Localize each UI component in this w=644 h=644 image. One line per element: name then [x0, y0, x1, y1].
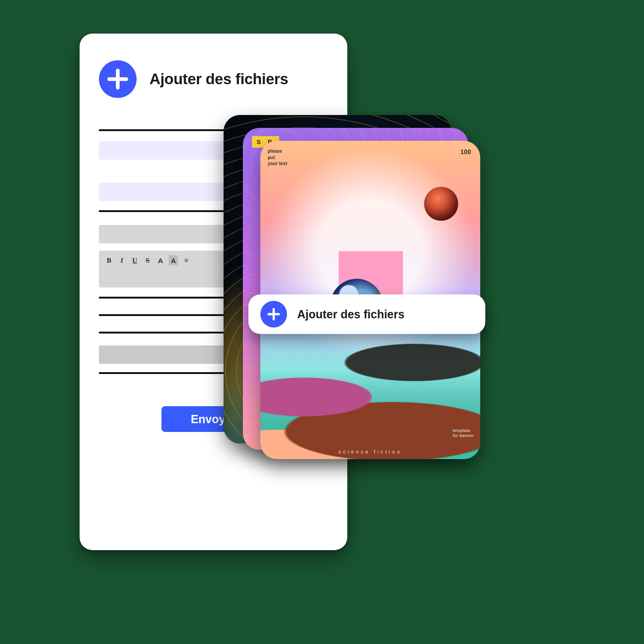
plus-icon[interactable] — [99, 60, 137, 98]
bold-icon[interactable]: B — [104, 255, 114, 265]
strike-icon[interactable]: S — [143, 255, 152, 265]
underline-icon[interactable]: U — [130, 255, 139, 265]
list-icon[interactable]: ≡ — [182, 255, 191, 265]
thumbnail-footer: science fiction — [260, 449, 480, 454]
planet-icon — [424, 187, 458, 221]
add-files-label: Ajouter des fichiers — [150, 70, 288, 88]
add-files-pill[interactable]: Ajouter des fichiers — [248, 294, 485, 334]
thumbnail-meta: template for banner — [453, 428, 474, 439]
highlight-icon[interactable]: A — [169, 255, 178, 265]
thumbnail-number: 100 — [460, 148, 471, 155]
add-files-row[interactable]: Ajouter des fichiers — [99, 60, 328, 98]
italic-icon[interactable]: I — [117, 255, 126, 265]
thumbnail-caption: please put your text — [268, 148, 287, 167]
add-files-pill-label: Ajouter des fichiers — [297, 308, 404, 321]
plus-icon[interactable] — [260, 301, 287, 328]
font-icon[interactable]: A — [156, 255, 165, 265]
